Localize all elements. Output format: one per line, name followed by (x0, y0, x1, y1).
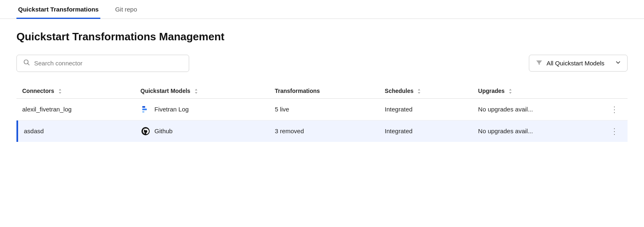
svg-rect-3 (142, 109, 147, 110)
cell-more-2[interactable]: ⋮ (601, 120, 628, 142)
sort-icon-models (194, 88, 198, 94)
fivetran-logo-icon (141, 104, 151, 114)
sort-icon-upgrades (508, 88, 512, 94)
more-menu-button[interactable]: ⋮ (607, 125, 622, 137)
col-upgrades[interactable]: Upgrades (473, 83, 601, 99)
cell-upgrades-2: No upgrades avail... (473, 120, 601, 142)
model-name-2: Github (155, 127, 173, 134)
search-input[interactable] (34, 60, 182, 67)
svg-line-1 (28, 63, 30, 65)
tabs-bar: Quickstart Transformations Git repo (0, 0, 644, 19)
page-title: Quickstart Transformations Management (16, 30, 628, 43)
filter-dropdown[interactable]: All Quickstart Models (529, 55, 628, 72)
table-row: asdasd Github 3 removed Integrate (16, 120, 628, 142)
github-logo-icon (141, 126, 151, 136)
cell-transformations-1: 5 live (269, 98, 379, 120)
cell-more-1[interactable]: ⋮ (601, 98, 628, 120)
more-menu-button[interactable]: ⋮ (607, 103, 622, 116)
cell-upgrades-1: No upgrades avail... (473, 98, 601, 120)
sort-icon-schedules (417, 88, 421, 94)
model-name-1: Fivetran Log (155, 106, 189, 113)
col-transformations: Transformations (269, 83, 379, 99)
cell-schedules-1: Integrated (379, 98, 473, 120)
row-accent (16, 120, 18, 142)
col-actions (601, 83, 628, 99)
svg-rect-2 (142, 106, 145, 108)
col-connectors[interactable]: Connectors (16, 83, 135, 99)
cell-model-1: Fivetran Log (135, 98, 269, 120)
sort-icon-connectors (58, 88, 62, 94)
tab-gitrepo[interactable]: Git repo (114, 0, 139, 19)
toolbar: All Quickstart Models (16, 55, 628, 72)
search-icon (23, 59, 30, 67)
svg-rect-4 (142, 111, 144, 113)
cell-connector-2: asdasd (16, 120, 135, 142)
col-schedules[interactable]: Schedules (379, 83, 473, 99)
search-box[interactable] (16, 55, 189, 72)
filter-label: All Quickstart Models (547, 60, 605, 67)
tab-quickstart[interactable]: Quickstart Transformations (16, 0, 100, 19)
cell-connector-1: alexil_fivetran_log (16, 98, 135, 120)
cell-schedules-2: Integrated (379, 120, 473, 142)
cell-transformations-2: 3 removed (269, 120, 379, 142)
cell-model-2: Github (135, 120, 269, 142)
table-row: alexil_fivetran_log Fivetran Log (16, 98, 628, 120)
filter-icon (536, 59, 542, 67)
data-table: Connectors Quickstart Models (16, 83, 628, 142)
page-content: Quickstart Transformations Management (0, 19, 644, 142)
chevron-down-icon (616, 60, 621, 66)
table-header-row: Connectors Quickstart Models (16, 83, 628, 99)
col-quickstart-models[interactable]: Quickstart Models (135, 83, 269, 99)
